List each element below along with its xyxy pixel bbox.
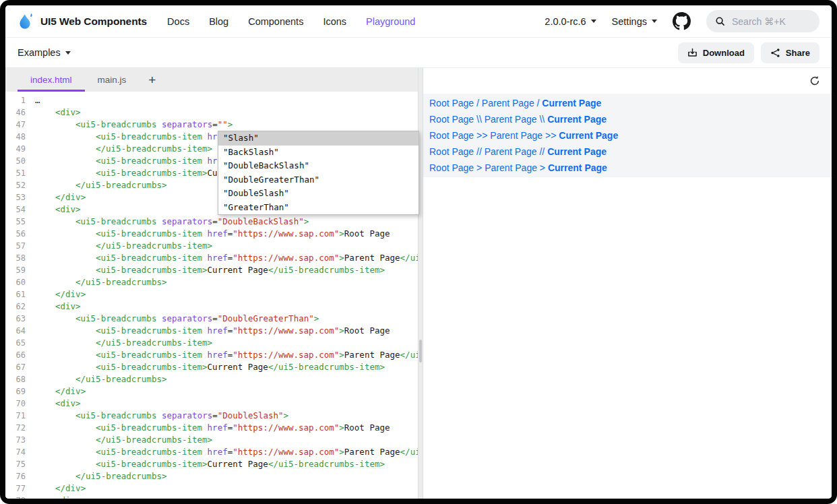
breadcrumb-link[interactable]: Parent Page — [482, 98, 534, 108]
breadcrumb-link[interactable]: Root Page — [429, 130, 474, 141]
breadcrumb: Root Page // Parent Page // Current Page — [423, 144, 832, 160]
code-line[interactable]: 61</div> — [5, 288, 418, 301]
line-number: 74 — [5, 446, 34, 458]
autocomplete-option[interactable]: "DoubleBackSlash" — [218, 159, 418, 173]
line-number: 70 — [5, 398, 34, 410]
code-line[interactable]: 56<ui5-breadcrumbs-item href="https://ww… — [5, 228, 418, 240]
line-number: 47 — [5, 119, 34, 131]
line-number: 54 — [5, 203, 34, 216]
code-line[interactable]: 68</ui5-breadcrumbs> — [5, 373, 418, 385]
share-button[interactable]: Share — [761, 42, 819, 63]
line-number: 48 — [5, 131, 34, 143]
toolbar-actions: Download Share — [678, 42, 819, 63]
code-line[interactable]: 58<ui5-breadcrumbs-item href="https://ww… — [5, 252, 418, 264]
code-line[interactable]: 65</ui5-breadcrumbs-item> — [5, 337, 418, 349]
code-line[interactable]: 1… — [5, 94, 418, 106]
nav-item-icons[interactable]: Icons — [323, 16, 346, 27]
code-line[interactable]: 74<ui5-breadcrumbs-item href="https://ww… — [5, 446, 418, 458]
code-line[interactable]: 77</div> — [5, 482, 418, 495]
breadcrumb-link[interactable]: Parent Page — [485, 146, 537, 157]
version-dropdown[interactable]: 2.0.0-rc.6 — [545, 16, 596, 27]
download-icon — [687, 48, 698, 58]
autocomplete-dropdown: "Slash""BackSlash""DoubleBackSlash""Doub… — [218, 131, 419, 215]
code-line[interactable]: 69</div> — [5, 385, 418, 398]
autocomplete-option[interactable]: "Slash" — [218, 131, 418, 146]
code-line[interactable]: 75<ui5-breadcrumbs-item>Current Page</ui… — [5, 458, 418, 470]
brand[interactable]: UI5 Web Components — [18, 12, 147, 30]
chevron-down-icon — [65, 51, 71, 55]
code-line[interactable]: 73</ui5-breadcrumbs-item> — [5, 434, 418, 446]
breadcrumb-link[interactable]: Root Page — [429, 98, 474, 108]
autocomplete-option[interactable]: "GreaterThan" — [218, 201, 418, 215]
line-number: 50 — [5, 155, 34, 167]
code-line[interactable]: 60</ui5-breadcrumbs> — [5, 276, 418, 288]
breadcrumb-current: Current Page — [548, 162, 607, 173]
nav-item-docs[interactable]: Docs — [167, 16, 189, 27]
code-line[interactable]: 67<ui5-breadcrumbs-item>Current Page</ui… — [5, 361, 418, 373]
line-number: 75 — [5, 458, 34, 470]
code-line[interactable]: 72<ui5-breadcrumbs-item href="https://ww… — [5, 422, 418, 434]
refresh-button[interactable] — [808, 74, 822, 88]
autocomplete-option[interactable]: "BackSlash" — [218, 146, 418, 160]
download-label: Download — [703, 48, 745, 58]
line-number: 51 — [5, 167, 34, 179]
line-number: 66 — [5, 349, 34, 361]
code-line[interactable]: 70<div> — [5, 398, 418, 410]
line-number: 53 — [5, 191, 34, 203]
nav-item-blog[interactable]: Blog — [209, 16, 228, 27]
navbar-right: 2.0.0-rc.6 Settings — [545, 10, 819, 32]
examples-dropdown[interactable]: Examples — [18, 47, 71, 58]
line-number: 73 — [5, 434, 34, 446]
code-line[interactable]: 46<div> — [5, 106, 418, 119]
preview-toolbar — [423, 68, 832, 94]
line-number: 62 — [5, 301, 34, 313]
breadcrumb-separator: > — [537, 162, 548, 173]
nav-links: DocsBlogComponentsIconsPlayground — [167, 16, 415, 27]
line-number: 59 — [5, 264, 34, 276]
line-number: 63 — [5, 313, 34, 325]
tab-index.html[interactable]: index.html — [18, 68, 85, 92]
search-box[interactable] — [706, 10, 819, 32]
breadcrumb-link[interactable]: Root Page — [429, 114, 474, 125]
breadcrumb-link[interactable]: Root Page — [429, 146, 474, 157]
code-line[interactable]: 71<ui5-breadcrumbs separators="DoubleSla… — [5, 410, 418, 422]
search-input[interactable] — [731, 15, 805, 28]
nav-item-components[interactable]: Components — [248, 16, 303, 27]
tab-main.js[interactable]: main.js — [85, 68, 140, 92]
download-button[interactable]: Download — [678, 42, 754, 63]
code-line[interactable]: 62<div> — [5, 301, 418, 313]
code-line[interactable]: 55<ui5-breadcrumbs separators="DoubleBac… — [5, 216, 418, 228]
code-line[interactable]: 78<div> — [5, 495, 418, 499]
breadcrumb-separator: >> — [474, 130, 490, 141]
breadcrumb-link[interactable]: Parent Page — [485, 114, 537, 125]
chevron-down-icon — [591, 20, 596, 23]
examples-toolbar: Examples Download — [5, 38, 832, 68]
line-number: 58 — [5, 252, 34, 264]
breadcrumb-separator: >> — [542, 130, 559, 141]
breadcrumb-link[interactable]: Root Page — [429, 162, 474, 173]
code-line[interactable]: 57</ui5-breadcrumbs-item> — [5, 240, 418, 252]
code-line[interactable]: 63<ui5-breadcrumbs separators="DoubleGre… — [5, 313, 418, 325]
code-line[interactable]: 76</ui5-breadcrumbs> — [5, 470, 418, 482]
line-number: 56 — [5, 228, 34, 240]
ui5-flame-logo-icon — [18, 12, 34, 30]
code-line[interactable]: 64<ui5-breadcrumbs-item href="https://ww… — [5, 325, 418, 337]
breadcrumb-link[interactable]: Parent Page — [490, 130, 542, 141]
workspace: index.htmlmain.js+ 1…46<div>47<ui5-bread… — [5, 68, 832, 499]
code-line[interactable]: 47<ui5-breadcrumbs separators=""> — [5, 119, 418, 131]
line-number: 60 — [5, 276, 34, 288]
github-link[interactable] — [673, 12, 691, 30]
settings-dropdown[interactable]: Settings — [612, 16, 657, 27]
autocomplete-option[interactable]: "DoubleGreaterThan" — [218, 173, 418, 187]
editor-tabbar: index.htmlmain.js+ — [5, 68, 418, 92]
code-line[interactable]: 59<ui5-breadcrumbs-item>Current Page</ui… — [5, 264, 418, 276]
new-tab-button[interactable]: + — [139, 68, 165, 92]
code-line[interactable]: 66<ui5-breadcrumbs-item href="https://ww… — [5, 349, 418, 361]
breadcrumb-link[interactable]: Parent Page — [485, 162, 537, 173]
code-editor: index.htmlmain.js+ 1…46<div>47<ui5-bread… — [5, 68, 418, 499]
autocomplete-option[interactable]: "DoubleSlash" — [218, 187, 418, 201]
nav-item-playground[interactable]: Playground — [366, 16, 415, 27]
line-number: 68 — [5, 373, 34, 385]
line-number: 46 — [5, 106, 34, 119]
breadcrumb: Root Page >> Parent Page >> Current Page — [423, 127, 832, 144]
